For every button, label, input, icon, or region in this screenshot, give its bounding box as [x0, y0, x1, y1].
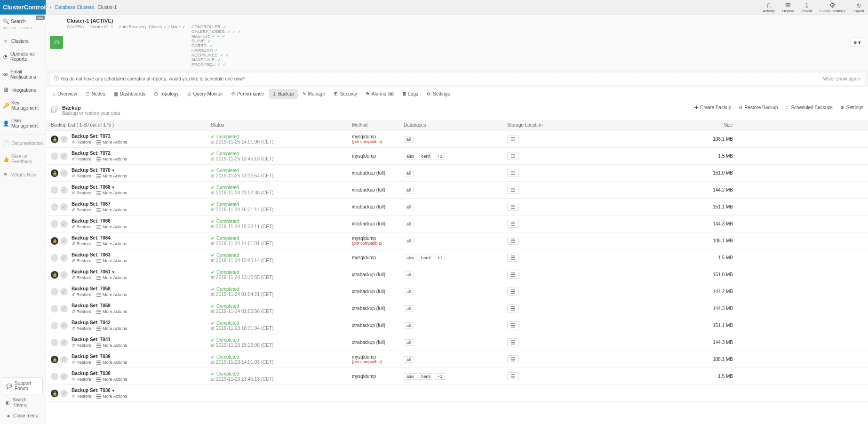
- nav-what's-new[interactable]: ⚑What's New: [0, 168, 46, 182]
- restore-action[interactable]: ↺ Restore: [72, 377, 91, 382]
- restore-action[interactable]: ↺ Restore: [72, 157, 91, 161]
- restore-action[interactable]: ↺ Restore: [72, 208, 91, 212]
- tab-overview[interactable]: ⌂Overview: [49, 89, 81, 99]
- storage-button[interactable]: [507, 254, 519, 262]
- backup-name[interactable]: Backup Set: 7061▼: [72, 269, 127, 274]
- restore-action[interactable]: ↺ Restore: [72, 326, 91, 331]
- tab-query-monitor[interactable]: ◎Query Monitor: [183, 89, 227, 99]
- more-actions[interactable]: More Actions: [96, 343, 127, 348]
- tab-logs[interactable]: ≣Logs: [398, 89, 422, 99]
- storage-button[interactable]: [507, 220, 519, 228]
- backup-name[interactable]: Backup Set: 7063: [72, 252, 127, 257]
- restore-action[interactable]: ↺ Restore: [72, 191, 91, 195]
- more-actions[interactable]: More Actions: [96, 275, 127, 280]
- more-actions[interactable]: More Actions: [96, 309, 127, 314]
- restore-action[interactable]: ↺ Restore: [72, 360, 91, 365]
- nav-email-notifications[interactable]: ✉Email Notifications: [0, 65, 46, 83]
- storage-button[interactable]: [507, 237, 519, 245]
- restore-action[interactable]: ↺ Restore: [72, 258, 91, 263]
- nav-documentation[interactable]: 📄Documentation: [0, 136, 46, 150]
- backup-name[interactable]: Backup Set: 7064: [72, 235, 127, 240]
- nav-integrations[interactable]: ⛓Integrations: [0, 83, 46, 96]
- nav-key-management[interactable]: 🔑Key Management: [0, 96, 46, 114]
- switch-theme-button[interactable]: ◐Switch Theme: [3, 394, 43, 410]
- tab-performance[interactable]: ⟳Performance: [228, 89, 268, 99]
- backup-name[interactable]: Backup Set: 7072: [72, 151, 127, 156]
- storage-button[interactable]: [507, 152, 519, 160]
- storage-button[interactable]: [507, 338, 519, 346]
- storage-button[interactable]: [507, 304, 519, 312]
- nav-give-us-feedback[interactable]: 👍Give us Feedback: [0, 150, 46, 168]
- cluster-menu-toggle[interactable]: ≡ ▾: [851, 38, 864, 47]
- storage-button[interactable]: [507, 169, 519, 177]
- more-actions[interactable]: More Actions: [96, 140, 127, 144]
- page-action-settings[interactable]: ⚙Settings: [840, 105, 863, 110]
- more-actions[interactable]: More Actions: [96, 241, 127, 246]
- more-actions[interactable]: More Actions: [96, 292, 127, 297]
- nav-clusters[interactable]: ≡Clusters: [0, 34, 46, 48]
- restore-action[interactable]: ↺ Restore: [72, 174, 91, 178]
- top-action-activity[interactable]: ⎍Activity: [763, 1, 774, 13]
- tab-settings[interactable]: ⚙Settings: [423, 89, 454, 99]
- tab-dashboards[interactable]: ▦Dashboards: [110, 89, 149, 99]
- more-actions[interactable]: More Actions: [96, 208, 127, 212]
- backup-name[interactable]: Backup Set: 7073: [72, 134, 127, 139]
- restore-action[interactable]: ↺ Restore: [72, 275, 91, 280]
- breadcrumb-parent[interactable]: Database Clusters: [55, 5, 94, 10]
- nav-user-management[interactable]: 👤User Management: [0, 114, 46, 132]
- backup-name[interactable]: Backup Set: 7039: [72, 354, 127, 359]
- storage-button[interactable]: [507, 321, 519, 329]
- more-actions[interactable]: More Actions: [96, 360, 127, 365]
- backup-name[interactable]: Backup Set: 7070▼: [72, 168, 127, 173]
- page-action-create-backup[interactable]: ✚Create Backup: [694, 105, 731, 110]
- storage-button[interactable]: [507, 372, 519, 380]
- restore-action[interactable]: ↺ Restore: [72, 309, 91, 314]
- tab-alarms[interactable]: ⚑Alarms0: [362, 89, 398, 99]
- tab-security[interactable]: ⛨Security: [330, 89, 361, 99]
- storage-button[interactable]: [507, 186, 519, 194]
- restore-action[interactable]: ↺ Restore: [72, 343, 91, 348]
- brand-logo[interactable]: ClusterControl: [0, 0, 46, 15]
- more-actions[interactable]: More Actions: [96, 157, 127, 161]
- more-actions[interactable]: More Actions: [96, 258, 127, 263]
- more-actions[interactable]: More Actions: [96, 174, 127, 178]
- nav-operational-reports[interactable]: ◔Operational Reports: [0, 48, 46, 65]
- restore-action[interactable]: ↺ Restore: [72, 241, 91, 246]
- banner-dismiss[interactable]: Never show again: [822, 76, 860, 81]
- storage-button[interactable]: [507, 288, 519, 296]
- tab-manage[interactable]: ✎Manage: [299, 89, 329, 99]
- backup-name[interactable]: Backup Set: 7066: [72, 218, 127, 224]
- storage-button[interactable]: [507, 135, 519, 143]
- backup-name[interactable]: Backup Set: 7067: [72, 201, 127, 207]
- top-action-global-settings[interactable]: ⚙Global Settings: [820, 1, 845, 13]
- tab-nodes[interactable]: ⬡Nodes: [82, 89, 109, 99]
- backup-name[interactable]: Backup Set: 7068▼: [72, 184, 127, 190]
- close-menu-button[interactable]: ◄Close menu: [3, 410, 43, 421]
- backup-name[interactable]: Backup Set: 7041: [72, 337, 127, 342]
- backup-name[interactable]: Backup Set: 7036▼: [72, 388, 127, 393]
- more-actions[interactable]: More Actions: [96, 224, 127, 229]
- restore-action[interactable]: ↺ Restore: [72, 140, 91, 144]
- page-action-restore-backup[interactable]: ↺Restore Backup: [739, 105, 778, 110]
- backup-name[interactable]: Backup Set: 7042: [72, 320, 127, 325]
- restore-action[interactable]: ↺ Restore: [72, 224, 91, 229]
- restore-action[interactable]: ↺ Restore: [72, 292, 91, 297]
- more-actions[interactable]: More Actions: [96, 191, 127, 195]
- top-action-deploy[interactable]: ✉Deploy: [782, 1, 794, 13]
- storage-button[interactable]: [507, 355, 519, 363]
- search-box[interactable]: 🔍 Search or CTRL + SPACE new: [0, 15, 46, 34]
- breadcrumb-back[interactable]: ‹: [50, 5, 51, 10]
- storage-button[interactable]: [507, 271, 519, 279]
- tab-backup[interactable]: ⤓Backup: [269, 89, 297, 99]
- tab-topology[interactable]: ⌬Topology: [150, 89, 183, 99]
- top-action-import[interactable]: ⤵Import: [802, 1, 812, 13]
- more-actions[interactable]: More Actions: [96, 377, 127, 382]
- top-action-logout[interactable]: ⎋Logout: [853, 1, 864, 13]
- support-forum-button[interactable]: 💬Support Forum: [3, 377, 43, 394]
- more-actions[interactable]: More Actions: [96, 326, 127, 331]
- backup-name[interactable]: Backup Set: 7059: [72, 303, 127, 308]
- page-action-scheduled-backups[interactable]: ≣Scheduled Backups: [785, 105, 832, 110]
- storage-button[interactable]: [507, 203, 519, 211]
- backup-name[interactable]: Backup Set: 7058: [72, 286, 127, 291]
- more-actions[interactable]: More Actions: [96, 394, 127, 399]
